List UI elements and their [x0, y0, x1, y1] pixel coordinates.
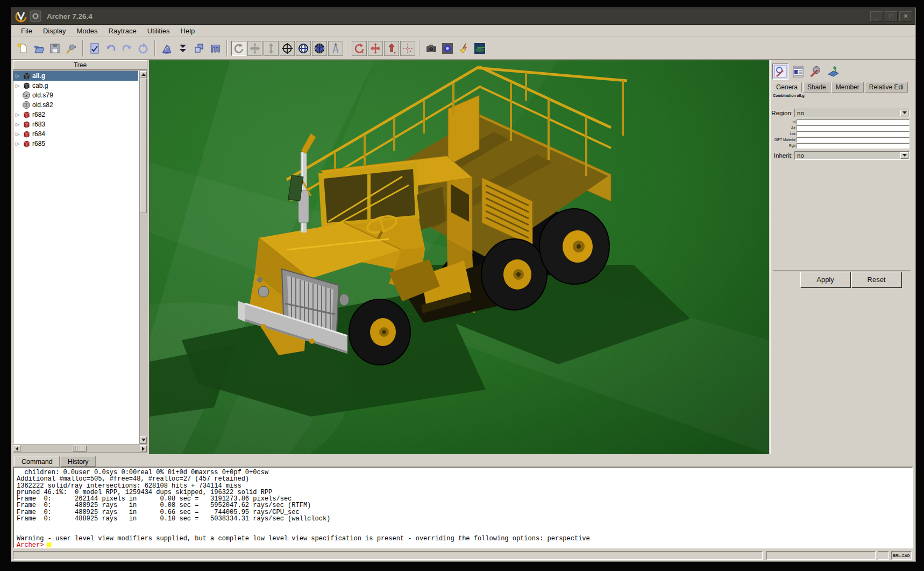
- tab-shader[interactable]: Shade: [803, 82, 830, 93]
- tree-item-r682[interactable]: ▷ r682: [13, 110, 138, 119]
- los-label: Los: [771, 132, 797, 136]
- view-center-button[interactable]: [280, 41, 295, 56]
- id-input[interactable]: [797, 119, 909, 125]
- components-button[interactable]: [208, 41, 223, 56]
- checkpoint-button[interactable]: [87, 41, 102, 56]
- los-input[interactable]: [797, 131, 909, 137]
- preferences-button[interactable]: [63, 41, 79, 56]
- revert-button[interactable]: [136, 41, 151, 56]
- tree-item-r684[interactable]: ▷ r684: [13, 129, 138, 139]
- scroll-down-button[interactable]: [140, 436, 147, 443]
- tree-item-label: old.s82: [32, 101, 53, 109]
- dropdown-arrow-icon[interactable]: [900, 152, 908, 159]
- scroll-right-button[interactable]: [140, 445, 147, 452]
- framebuffer-button[interactable]: [440, 41, 455, 56]
- rgb-field-row: Rgb: [771, 143, 914, 149]
- undo-button[interactable]: [103, 41, 118, 56]
- gift-material-input[interactable]: [797, 137, 909, 143]
- primitive-sphere-icon: [22, 91, 31, 100]
- command-console[interactable]: children: 0.0user 0.0sys 0:00real 0% 0i+…: [13, 467, 913, 548]
- close-button[interactable]: ×: [899, 11, 912, 22]
- view-edit-mode-button[interactable]: [772, 64, 788, 80]
- expand-caret-icon[interactable]: ▷: [16, 141, 22, 146]
- region-dropdown[interactable]: no: [794, 109, 909, 117]
- scroll-up-button[interactable]: [140, 71, 147, 78]
- tree-item-old-s82[interactable]: old.s82: [13, 100, 138, 110]
- expand-caret-icon[interactable]: ▷: [16, 112, 22, 117]
- framebuffer-icon: [442, 43, 453, 54]
- menu-help[interactable]: Help: [175, 26, 201, 36]
- apply-button[interactable]: Apply: [800, 272, 850, 287]
- raytrace-model-button[interactable]: [472, 41, 487, 56]
- clear-framebuffer-button[interactable]: [456, 41, 471, 56]
- redo-button[interactable]: [119, 41, 134, 56]
- rotate-edit-icon: [353, 43, 365, 54]
- attributes-text-button[interactable]: [790, 64, 806, 80]
- menu-modes[interactable]: Modes: [72, 26, 103, 36]
- tree-horizontal-scrollbar[interactable]: [13, 445, 147, 453]
- duplicate-button[interactable]: [191, 41, 207, 56]
- menu-utilities[interactable]: Utilities: [142, 26, 175, 36]
- expand-caret-icon[interactable]: ▷: [16, 131, 22, 137]
- center-edit-icon: [402, 43, 414, 54]
- tree-item-r685[interactable]: ▷ r685: [13, 139, 138, 149]
- open-button[interactable]: [31, 41, 46, 56]
- air-input[interactable]: [797, 125, 909, 131]
- reset-button[interactable]: Reset: [851, 272, 901, 287]
- region-icon: [22, 110, 31, 119]
- tab-history[interactable]: History: [61, 456, 96, 467]
- front-wheel: [349, 299, 410, 365]
- scrollbar-thumb[interactable]: [140, 79, 147, 213]
- expand-caret-icon[interactable]: ▷: [16, 73, 22, 79]
- tree-vertical-scrollbar[interactable]: [139, 71, 147, 444]
- measure-button[interactable]: [328, 41, 343, 56]
- title-bar[interactable]: Archer 7.26.4 _ □ ×: [11, 8, 915, 25]
- shaded-cube-button[interactable]: [312, 41, 327, 56]
- expand-caret-icon[interactable]: ▷: [16, 122, 22, 127]
- scroll-left-button[interactable]: [13, 445, 20, 452]
- menu-raytrace[interactable]: Raytrace: [103, 26, 142, 36]
- geometry-viewport[interactable]: [149, 60, 769, 454]
- tree-item-old-s79[interactable]: old.s79: [13, 90, 138, 100]
- minimize-button[interactable]: _: [870, 11, 883, 22]
- toolbar-separator: [154, 40, 155, 57]
- view-translate-button[interactable]: [247, 41, 262, 56]
- tab-relative-edit[interactable]: Relative Edi: [865, 82, 908, 93]
- prompt-line[interactable]: Archer>: [17, 542, 912, 548]
- compact-button[interactable]: [175, 41, 190, 56]
- inherit-dropdown[interactable]: no: [794, 151, 909, 160]
- rgb-input[interactable]: [797, 143, 909, 149]
- console-line: [17, 522, 912, 528]
- tab-command[interactable]: Command: [15, 456, 60, 467]
- tree-item-r683[interactable]: ▷ r683: [13, 119, 138, 129]
- surface-plot-button[interactable]: [826, 64, 842, 80]
- edit-center-button[interactable]: [400, 41, 415, 56]
- edit-translate-button[interactable]: [368, 41, 383, 56]
- dropdown-arrow-icon[interactable]: [900, 110, 908, 116]
- window-title: Archer 7.26.4: [47, 12, 869, 20]
- tab-general[interactable]: Genera: [772, 82, 802, 93]
- view-rotate-button[interactable]: [231, 41, 246, 56]
- maximize-button[interactable]: □: [885, 11, 898, 22]
- raytrace-camera-button[interactable]: [424, 41, 439, 56]
- edit-scale-button[interactable]: [384, 41, 399, 56]
- scrollbar-grip[interactable]: [73, 446, 87, 452]
- edit-rotate-button[interactable]: [352, 41, 367, 56]
- scale-edit-icon: [386, 43, 397, 54]
- wireframe-globe-button[interactable]: [296, 41, 311, 56]
- menu-display[interactable]: Display: [38, 26, 72, 36]
- build-tools-button[interactable]: [808, 64, 824, 80]
- wizard-button[interactable]: [159, 41, 174, 56]
- tree-item-cab-g[interactable]: ▷ cab.g: [13, 81, 138, 90]
- window-menu-icon[interactable]: [30, 10, 41, 22]
- combination-icon: [22, 72, 31, 80]
- status-mode-field: [878, 551, 889, 560]
- save-button[interactable]: [47, 41, 62, 56]
- menu-file[interactable]: File: [16, 26, 38, 36]
- expand-caret-icon[interactable]: ▷: [16, 83, 22, 88]
- tab-members[interactable]: Member: [831, 82, 864, 93]
- new-button[interactable]: [15, 41, 30, 56]
- view-scale-button[interactable]: [264, 41, 279, 56]
- open-folder-icon: [33, 43, 45, 54]
- tree-item-all-g[interactable]: ▷ all.g: [13, 71, 138, 81]
